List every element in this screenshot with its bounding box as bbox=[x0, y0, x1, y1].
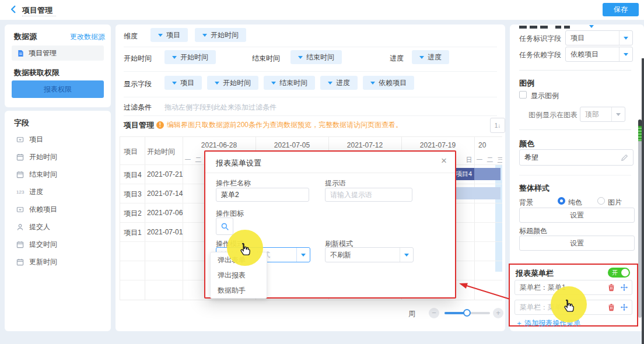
toggle-on-label: 开 bbox=[612, 269, 618, 277]
legend-pos-value: 顶部 bbox=[580, 110, 611, 120]
display-fields-label: 显示字段 bbox=[124, 79, 152, 89]
background-label: 背景 bbox=[519, 198, 533, 208]
chevron-down-icon bbox=[172, 56, 177, 59]
gantt-day-label: 一 bbox=[183, 156, 193, 164]
report-permission-button[interactable]: 报表权限 bbox=[12, 80, 104, 98]
title-color-set-button[interactable]: 设置 bbox=[519, 236, 635, 251]
action-name-label: 操作栏名称 bbox=[216, 178, 251, 188]
move-icon[interactable] bbox=[620, 283, 628, 292]
background-set-button[interactable]: 设置 bbox=[519, 208, 635, 223]
fields-panel: 字段 项目 开始时间 结束时间 123进度 依赖项目 提交人 提交时间 更新时间 bbox=[5, 111, 111, 331]
filter-dropzone[interactable]: 拖动左侧字段到此处来添加过滤条件 bbox=[164, 103, 276, 113]
trash-icon[interactable] bbox=[607, 283, 615, 292]
gantt-day-label: 二 bbox=[485, 156, 495, 164]
tip-input[interactable] bbox=[325, 188, 412, 202]
today-column-highlight bbox=[495, 164, 502, 272]
task-id-value: 项目 bbox=[566, 33, 619, 43]
display-chip[interactable]: 结束时间 bbox=[264, 76, 315, 90]
field-item[interactable]: 提交时间 bbox=[16, 236, 104, 253]
chevron-down-icon bbox=[301, 254, 306, 257]
scrollbar-thumb[interactable] bbox=[638, 120, 642, 318]
radio-solid-color[interactable] bbox=[558, 197, 565, 205]
field-item[interactable]: 开始时间 bbox=[16, 148, 104, 166]
gantt-week-date: 20 bbox=[474, 141, 502, 149]
field-item[interactable]: 依赖项目 bbox=[16, 201, 104, 218]
chevron-down-icon bbox=[624, 53, 628, 56]
calendar-icon bbox=[16, 241, 24, 248]
edit-icon[interactable] bbox=[621, 154, 628, 162]
sort-button[interactable]: 1↓ bbox=[490, 118, 505, 133]
dropdown-option[interactable]: 弹出报表 bbox=[211, 268, 267, 283]
move-icon[interactable] bbox=[620, 303, 628, 311]
field-item[interactable]: 更新时间 bbox=[16, 253, 104, 271]
sort-icon: 1↓ bbox=[495, 122, 501, 129]
action-icon-button[interactable] bbox=[216, 217, 233, 235]
progress-field-label: 进度 bbox=[390, 54, 404, 64]
scrollbar-grip[interactable] bbox=[638, 126, 642, 141]
gantt-row-start: 2021-07-21 bbox=[147, 170, 183, 178]
back-icon[interactable] bbox=[9, 5, 18, 13]
refresh-mode-select[interactable]: 不刷新 bbox=[325, 247, 414, 262]
zoom-out-button[interactable]: − bbox=[429, 308, 439, 318]
toggle-knob bbox=[621, 269, 629, 276]
gantt-day-label: 二 bbox=[193, 156, 204, 164]
task-dep-label: 任务依赖字段 bbox=[519, 50, 561, 60]
field-item[interactable]: 123进度 bbox=[16, 183, 104, 201]
plus-icon: + bbox=[496, 308, 501, 317]
field-label: 项目 bbox=[29, 135, 43, 145]
datasource-title: 数据源 bbox=[14, 31, 37, 42]
save-button[interactable]: 保存 bbox=[603, 3, 639, 16]
display-chip[interactable]: 进度 bbox=[320, 76, 358, 90]
dimension-chip[interactable]: 项目 bbox=[150, 28, 188, 42]
action-name-input[interactable] bbox=[216, 188, 309, 202]
person-icon bbox=[16, 223, 24, 231]
dropdown-option[interactable]: 数据助手 bbox=[211, 283, 267, 298]
gantt-week-date: 2021-07-05 bbox=[256, 141, 328, 149]
gantt-row-project: 项目4 bbox=[124, 170, 142, 180]
chevron-down-icon bbox=[370, 82, 375, 85]
field-label: 开始时间 bbox=[29, 152, 57, 162]
start-field-chip[interactable]: 开始时间 bbox=[164, 50, 216, 64]
gantt-title: 项目管理 bbox=[124, 120, 154, 131]
chip-label: 进度 bbox=[428, 52, 442, 62]
clipped-setting-row bbox=[519, 24, 630, 29]
refresh-mode-value: 不刷新 bbox=[326, 250, 400, 260]
radio-image[interactable] bbox=[597, 197, 605, 205]
gantt-week-date: 2021-07-12 bbox=[328, 141, 401, 149]
display-chip[interactable]: 项目 bbox=[164, 76, 202, 90]
page-title: 项目管理 bbox=[22, 5, 52, 16]
legend-pos-select[interactable]: 顶部 bbox=[580, 107, 625, 122]
field-item[interactable]: 结束时间 bbox=[16, 166, 104, 183]
task-dep-select[interactable]: 依赖项目 bbox=[565, 47, 633, 62]
datasource-item[interactable]: 项目管理 bbox=[12, 45, 104, 61]
field-item[interactable]: 提交人 bbox=[16, 218, 104, 236]
scrollbar-thumb-cap bbox=[638, 120, 642, 126]
field-label: 结束时间 bbox=[29, 170, 57, 180]
gantt-warning-text: 编辑界面只取数据源前200条作为查询数据预览，完整数据请访问页面查看。 bbox=[167, 120, 402, 130]
close-icon[interactable]: × bbox=[441, 155, 447, 167]
gantt-row-start: 2021-07-14 bbox=[147, 189, 183, 198]
color-input[interactable]: 希望 bbox=[519, 149, 634, 166]
task-id-select[interactable]: 项目 bbox=[565, 30, 633, 45]
trash-icon[interactable] bbox=[607, 303, 615, 311]
radio-image-label: 图片 bbox=[608, 198, 622, 208]
chip-label: 开始时间 bbox=[211, 30, 239, 40]
dimension-chip[interactable]: 开始时间 bbox=[195, 28, 246, 42]
menu-toggle[interactable]: 开 bbox=[608, 268, 630, 278]
field-item[interactable]: 项目 bbox=[16, 131, 104, 148]
zoom-in-button[interactable]: + bbox=[493, 308, 503, 318]
display-chip[interactable]: 开始时间 bbox=[207, 76, 258, 90]
change-datasource-link[interactable]: 更改数据源 bbox=[70, 32, 105, 42]
chip-label: 依赖项目 bbox=[379, 78, 407, 88]
progress-field-chip[interactable]: 进度 bbox=[412, 50, 449, 64]
gantt-row-start: 2021-07-01 bbox=[147, 228, 183, 236]
color-title: 颜色 bbox=[519, 139, 534, 149]
field-label: 进度 bbox=[29, 187, 43, 197]
zoom-slider-handle[interactable] bbox=[463, 309, 471, 317]
gantt-day-label: 一 bbox=[474, 156, 485, 164]
display-chip[interactable]: 依赖项目 bbox=[363, 76, 414, 90]
end-field-chip[interactable]: 结束时间 bbox=[290, 50, 342, 64]
legend-checkbox[interactable] bbox=[519, 91, 527, 99]
hand-cursor-icon bbox=[561, 298, 577, 314]
gantt-row-project: 项目1 bbox=[124, 228, 142, 238]
